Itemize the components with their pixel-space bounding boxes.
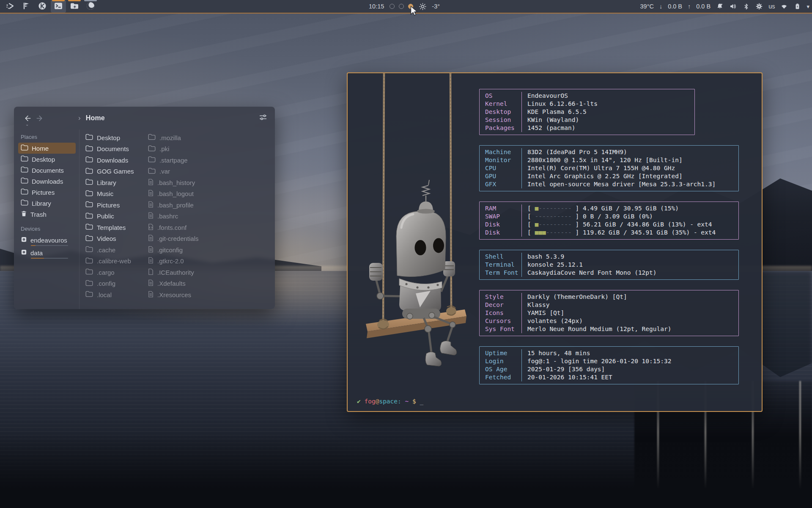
file-manager-toolbar: ⌄ › Home [14,107,275,130]
device-item-endeavouros[interactable]: endeavouros [18,235,76,246]
taskbar-item-browser-app[interactable] [83,0,98,13]
moon-swirl-icon [86,1,95,12]
taskbar-item-terminal-app[interactable] [51,0,66,13]
endeavour-logo-icon [5,1,15,12]
file-item-label: .gitconfig [157,246,183,254]
fetch-label: Packages [485,124,521,132]
system-tray: 39°C ↓ 0.0 B ↑ 0.0 B us ▾ [640,0,809,13]
file-item-label: .gtkrc-2.0 [157,257,184,265]
back-history-chevron-icon[interactable]: ⌄ [25,122,29,127]
fetch-value: Darkly (ThemerOneDark) [Qt] [527,293,738,301]
device-item-data[interactable]: data [18,247,76,258]
file-item-desktop[interactable]: Desktop [85,132,148,144]
file-item-pki[interactable]: .pki [148,144,222,155]
clock[interactable]: 10:15 [369,3,384,10]
file-item-videos[interactable]: Videos [85,233,148,245]
file-item-xdefaults[interactable]: .Xdefaults [148,278,222,290]
bluetooth-icon[interactable] [742,3,750,10]
file-item-gog-games[interactable]: GOG Games [85,166,148,177]
sidebar-item-downloads[interactable]: Downloads [18,176,76,187]
expand-tray-icon[interactable]: ▾ [807,3,809,10]
notifications-icon[interactable] [716,3,724,10]
volume-icon[interactable] [729,3,737,10]
file-item-label: Library [97,179,116,186]
sidebar-item-documents[interactable]: Documents [18,165,76,176]
sidebar-item-home[interactable]: Home [18,143,76,154]
sidebar-item-trash[interactable]: Trash [18,209,76,220]
taskbar-item-files-app[interactable] [67,0,82,13]
file-item-bash-logout[interactable]: .bash_logout [148,188,222,200]
file-item-config[interactable]: .config [85,278,148,290]
file-item-mozilla[interactable]: .mozilla [148,132,222,144]
fetch-box: MachineMonitorCPUGPUGFX83D2 (IdeaPad Pro… [479,145,739,191]
folder-icon [85,235,93,243]
fetch-label: OS Age [485,365,521,373]
fetch-box: UptimeLoginOS AgeFetched15 hours, 48 min… [479,346,739,384]
file-item-label: Documents [97,145,129,152]
breadcrumb-location[interactable]: Home [86,114,105,122]
breadcrumb[interactable]: › Home [78,114,105,122]
fetch-value: CaskaydiaCove Nerd Font Mono (12pt) [527,269,738,277]
folder-icon [85,179,93,186]
folder-icon [85,168,93,175]
folder-icon [85,268,93,276]
file-icon [148,212,154,220]
sidebar-item-pictures[interactable]: Pictures [18,187,76,198]
taskbar-item-endeavouros-launcher[interactable] [3,0,18,13]
file-item-iceauthority[interactable]: .ICEauthority [148,267,222,278]
file-item-pictures[interactable]: Pictures [85,199,148,211]
file-item-xresources[interactable]: .Xresources [148,289,222,301]
file-item-calibre-web[interactable]: .calibre-web [85,256,148,267]
top-panel: 10:15 -3° 39°C ↓ 0.0 B ↑ 0.0 B us ▾ [0,0,812,14]
cpu-temperature[interactable]: 39°C [640,3,654,10]
file-item-git-credentials[interactable]: .git-credentials [148,233,222,245]
folder-icon [85,190,93,198]
file-item-public[interactable]: Public [85,211,148,222]
terminal-window[interactable]: OSKernelDesktopSessionPackagesEndeavourO… [347,72,763,412]
taskbar-item-k-app[interactable] [35,0,50,13]
weather-temperature[interactable]: -3° [432,3,440,10]
fetch-value: bash 5.3.9 [527,253,738,261]
battery-icon[interactable] [793,3,801,10]
folder-icon [85,280,93,287]
file-item-documents[interactable]: Documents [85,144,148,155]
fetch-value: YAMIS [Qt] [527,309,738,317]
file-item-local[interactable]: .local [85,289,148,301]
sidebar-item-label: Pictures [32,189,55,196]
back-button[interactable]: ⌄ [22,112,33,124]
file-item-bash-history[interactable]: .bash_history [148,177,222,188]
sidebar-item-desktop[interactable]: Desktop [18,154,76,165]
file-item-cargo[interactable]: .cargo [85,267,148,278]
file-item-bashrc[interactable]: .bashrc [148,211,222,222]
file-item-library[interactable]: Library [85,177,148,188]
file-item-cache[interactable]: .cache [85,244,148,256]
file-item-gtkrc-2-0[interactable]: .gtkrc-2.0 [148,256,222,267]
file-item-templates[interactable]: Templates [85,222,148,233]
trash-icon [21,210,27,218]
desktop-dot-1[interactable] [390,4,395,9]
forward-button[interactable] [33,112,45,124]
file-item-bash-profile[interactable]: .bash_profile [148,199,222,211]
sun-icon[interactable] [419,3,426,10]
settings-icon[interactable] [755,3,763,10]
file-item-var[interactable]: .var [148,166,222,177]
keyboard-layout[interactable]: us [768,3,775,10]
shell-prompt[interactable]: ✔ fog@space: ~ $ _ [357,398,423,406]
taskbar-item-flag-app[interactable] [19,0,34,13]
file-item-startpage[interactable]: .startpage [148,155,222,166]
view-options-icon[interactable] [259,113,267,123]
fetch-label: Style [485,293,521,301]
fetch-value: 20-01-2026 10:15:41 EET [527,373,738,381]
wifi-icon[interactable] [780,3,788,10]
file-item-fonts-conf[interactable]: .fonts.conf [148,222,222,233]
file-item-music[interactable]: Music [85,188,148,200]
file-item-gitconfig[interactable]: .gitconfig [148,244,222,256]
file-icon [148,235,154,243]
sidebar-item-library[interactable]: Library [18,198,76,209]
file-blank-icon [148,268,154,276]
file-item-downloads[interactable]: Downloads [85,155,148,166]
download-rate[interactable]: 0.0 B [668,3,682,10]
upload-rate[interactable]: 0.0 B [696,3,710,10]
k-circle-icon [38,1,47,12]
desktop-dot-2[interactable] [399,4,404,9]
